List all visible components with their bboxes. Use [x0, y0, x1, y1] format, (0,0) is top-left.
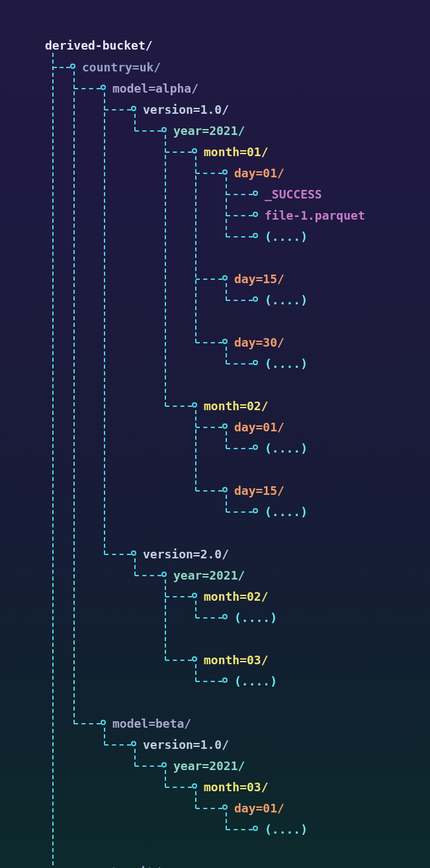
tree-connector-vertical [165, 135, 166, 406]
tree-connector-horizontal [74, 723, 101, 724]
tree-connector-horizontal [196, 808, 222, 809]
expand-node-icon[interactable] [161, 572, 167, 577]
tree-connector-vertical [226, 177, 227, 237]
tree-connector-horizontal [105, 109, 131, 110]
tree-connector-vertical [195, 156, 196, 343]
expand-node-icon[interactable] [222, 339, 228, 344]
tree-connector-vertical [134, 114, 136, 131]
tree-connector-horizontal [135, 130, 161, 132]
tree-connector-horizontal [135, 575, 161, 576]
tree-connector-horizontal [165, 596, 192, 597]
expand-node-icon[interactable] [131, 741, 136, 746]
tree-connector-vertical [195, 410, 196, 491]
tree-node-label: day=01/ [234, 801, 284, 815]
tree-connector-horizontal [196, 342, 222, 343]
tree-node-label: country=it/ [82, 865, 161, 868]
tree-connector-horizontal [226, 300, 253, 301]
expand-node-icon[interactable] [253, 826, 258, 831]
tree-connector-horizontal [226, 363, 253, 365]
tree-connector-horizontal [226, 829, 253, 830]
tree-node-label: day=30/ [234, 335, 284, 349]
tree-connector-horizontal [226, 215, 253, 216]
tree-connector-horizontal [196, 490, 222, 492]
expand-node-icon[interactable] [253, 296, 258, 302]
tree-node-label: month=02/ [204, 589, 269, 603]
tree-node-label: (....) [265, 822, 308, 836]
expand-node-icon[interactable] [253, 191, 258, 196]
tree-connector-horizontal [105, 554, 131, 555]
expand-node-icon[interactable] [101, 85, 106, 90]
tree-node-label: (....) [265, 293, 308, 307]
tree-connector-horizontal [196, 617, 222, 619]
tree-connector-horizontal [196, 173, 222, 174]
tree-connector-horizontal [196, 681, 222, 682]
tree-connector-vertical [73, 71, 75, 724]
tree-connector-horizontal [226, 511, 253, 513]
tree-connector-vertical [226, 347, 227, 364]
expand-node-icon[interactable] [192, 593, 197, 598]
tree-connector-vertical [195, 791, 196, 808]
expand-node-icon[interactable] [222, 677, 228, 683]
tree-node-label: year=2021/ [173, 759, 245, 773]
expand-node-icon[interactable] [222, 614, 228, 619]
tree-connector-vertical [165, 580, 166, 660]
tree-connector-vertical [226, 431, 227, 449]
expand-node-icon[interactable] [101, 720, 106, 725]
tree-connector-vertical [226, 812, 227, 830]
expand-node-icon[interactable] [253, 445, 258, 450]
tree-connector-horizontal [226, 236, 253, 238]
tree-node-label: version=1.0/ [143, 738, 229, 752]
expand-node-icon[interactable] [161, 127, 167, 132]
tree-connector-horizontal [165, 152, 192, 153]
tree-node-label: (....) [265, 441, 308, 455]
tree-node-label: (....) [234, 611, 277, 625]
tree-node-label: version=1.0/ [143, 103, 229, 116]
tree-root-label: derived-bucket/ [45, 38, 153, 52]
expand-node-icon[interactable] [131, 106, 136, 111]
tree-connector-horizontal [105, 744, 131, 746]
expand-node-icon[interactable] [161, 762, 167, 767]
tree-connector-vertical [134, 749, 136, 766]
tree-node-label: day=15/ [234, 484, 284, 498]
expand-node-icon[interactable] [253, 212, 258, 217]
tree-connector-horizontal [165, 406, 192, 407]
tree-node-label: month=02/ [204, 399, 269, 413]
tree-node-label: year=2021/ [173, 568, 245, 582]
expand-node-icon[interactable] [131, 550, 136, 556]
tree-connector-vertical [134, 558, 136, 576]
tree-node-label: month=03/ [204, 653, 269, 667]
expand-node-icon[interactable] [192, 148, 197, 153]
tree-connector-horizontal [165, 660, 192, 661]
tree-connector-horizontal [196, 279, 222, 280]
expand-node-icon[interactable] [192, 783, 197, 789]
tree-connector-horizontal [135, 765, 161, 767]
tree-node-label: month=03/ [204, 780, 269, 794]
expand-node-icon[interactable] [253, 233, 258, 238]
expand-node-icon[interactable] [253, 360, 258, 365]
tree-node-label: month=01/ [204, 145, 269, 159]
tree-connector-vertical [104, 728, 105, 745]
tree-connector-horizontal [74, 88, 101, 89]
expand-node-icon[interactable] [253, 508, 258, 513]
tree-connector-horizontal [53, 67, 70, 68]
expand-node-icon[interactable] [222, 169, 228, 175]
tree-node-label: day=01/ [234, 420, 284, 434]
tree-connector-horizontal [165, 787, 192, 788]
tree-connector-vertical [104, 93, 105, 554]
expand-node-icon[interactable] [192, 402, 197, 408]
expand-node-icon[interactable] [70, 64, 75, 69]
tree-connector-horizontal [226, 194, 253, 195]
expand-node-icon[interactable] [192, 656, 197, 662]
expand-node-icon[interactable] [222, 423, 228, 429]
tree-connector-horizontal [226, 448, 253, 449]
tree-node-label: (....) [265, 230, 308, 243]
tree-node-label: (....) [234, 674, 277, 688]
tree-node-label: file-1.parquet [265, 208, 365, 222]
tree-connector-vertical [165, 770, 166, 787]
tree-node-label: country=uk/ [82, 60, 161, 74]
tree-node-label: model=beta/ [112, 716, 191, 730]
tree-connector-horizontal [196, 427, 222, 428]
expand-node-icon[interactable] [222, 804, 228, 810]
expand-node-icon[interactable] [222, 275, 228, 281]
expand-node-icon[interactable] [222, 487, 228, 492]
